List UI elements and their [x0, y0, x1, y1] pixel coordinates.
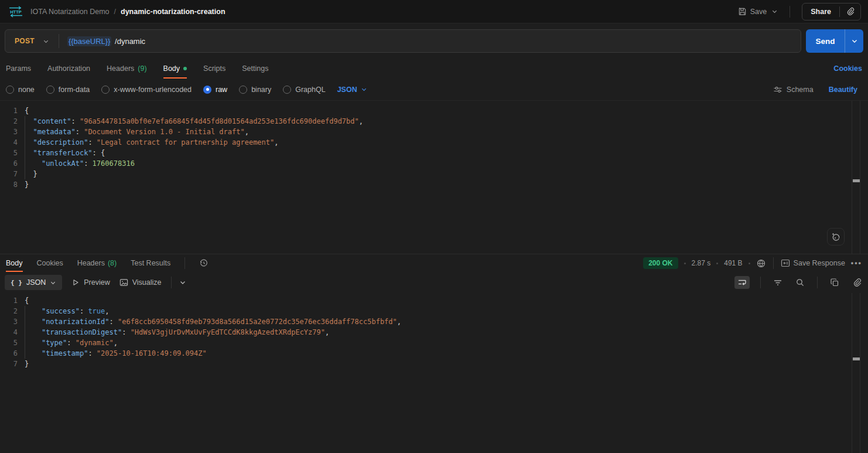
- response-tab-body[interactable]: Body: [6, 254, 23, 272]
- radio-circle: [6, 86, 14, 94]
- radio-none[interactable]: none: [6, 86, 35, 94]
- cookies-link[interactable]: Cookies: [833, 59, 862, 79]
- preview-button[interactable]: Preview: [71, 278, 110, 287]
- code-line: 4 "transactionDigest": "HdWsV3gjUrDvMxUv…: [0, 327, 868, 338]
- share-button[interactable]: Share: [802, 4, 839, 20]
- line-number: 5: [0, 148, 18, 158]
- chevron-down-icon: [361, 86, 367, 93]
- line-number: 2: [0, 116, 18, 127]
- image-icon: [119, 278, 128, 287]
- tab-params[interactable]: Params: [6, 59, 31, 79]
- response-time: 2.87 s: [692, 259, 711, 267]
- send-button-group: Send: [806, 29, 863, 53]
- method-selector[interactable]: POST: [5, 37, 59, 45]
- code-line: 2 "content": "96a5447815a0bf0e7efa66845f…: [0, 116, 868, 127]
- body-type-options: none form-data x-www-form-urlencoded raw…: [0, 79, 868, 101]
- filter-button[interactable]: [771, 277, 784, 288]
- scrollbar-track-line: [852, 101, 852, 254]
- code-line: 1{: [0, 295, 868, 306]
- line-number: 7: [0, 169, 18, 179]
- tab-body[interactable]: Body: [163, 59, 187, 79]
- schema-button[interactable]: Schema: [773, 86, 814, 94]
- code-line: 4 "description": "Legal contract for par…: [0, 137, 868, 148]
- breadcrumb-separator: /: [114, 8, 116, 16]
- breadcrumb-collection[interactable]: IOTA Notarization Demo: [30, 8, 110, 16]
- tab-settings[interactable]: Settings: [242, 59, 268, 79]
- response-history-button[interactable]: [199, 254, 209, 272]
- link-button[interactable]: [850, 276, 863, 289]
- code-line: 7 }: [0, 169, 868, 179]
- url-variable-chip: {{baseURL}}: [67, 36, 112, 46]
- send-options-chevron[interactable]: [845, 29, 863, 53]
- line-number: 5: [0, 338, 18, 348]
- request-url-bar: POST {{baseURL}} /dynamic Send: [0, 23, 868, 59]
- visualize-options-chevron[interactable]: [177, 277, 188, 288]
- scrollbar-track-line: [860, 293, 860, 453]
- code-line: 5 "transferLock": {: [0, 148, 868, 158]
- line-number: 8: [0, 179, 18, 190]
- indent-guide: [25, 306, 25, 359]
- share-label: Share: [811, 8, 831, 16]
- scrollbar-marker: [853, 357, 860, 360]
- breadcrumb: IOTA Notarization Demo / dynamic-notariz…: [30, 8, 225, 16]
- response-headers-count: (8): [108, 259, 117, 267]
- header-divider: [790, 6, 790, 18]
- line-number: 1: [0, 105, 18, 116]
- response-tab-cookies[interactable]: Cookies: [37, 254, 63, 272]
- request-body-editor[interactable]: 1{2 "content": "96a5447815a0bf0e7efa6684…: [0, 101, 868, 254]
- breadcrumb-request-name[interactable]: dynamic-notarization-creation: [121, 8, 225, 16]
- app-window: HTTP IOTA Notarization Demo / dynamic-no…: [0, 0, 868, 453]
- response-tab-test-results[interactable]: Test Results: [131, 254, 170, 272]
- indent-guide: [25, 116, 25, 179]
- url-input[interactable]: {{baseURL}} /dynamic: [59, 36, 153, 46]
- tab-scripts[interactable]: Scripts: [203, 59, 225, 79]
- send-button[interactable]: Send: [806, 29, 845, 53]
- wrap-text-button[interactable]: [734, 276, 750, 289]
- code-line: 3 "metadata": "Document Version 1.0 - In…: [0, 127, 868, 137]
- history-clock-icon: [199, 258, 209, 268]
- radio-binary[interactable]: binary: [239, 86, 271, 94]
- scrollbar-track-line: [852, 293, 852, 453]
- more-options-button[interactable]: •••: [851, 259, 862, 267]
- response-body-editor[interactable]: 1{2 "success": true,3 "notarizationId": …: [0, 293, 868, 453]
- radio-raw[interactable]: raw: [203, 86, 227, 94]
- status-badge: 200 OK: [643, 257, 678, 269]
- copy-button[interactable]: [828, 276, 841, 289]
- chevron-down-icon: [43, 38, 49, 45]
- scrollbar-track-line: [860, 101, 860, 254]
- beautify-button[interactable]: Beautify: [829, 86, 857, 94]
- search-button[interactable]: [794, 276, 807, 289]
- language-selector[interactable]: JSON: [337, 86, 367, 94]
- radio-form-data[interactable]: form-data: [46, 86, 90, 94]
- save-label: Save: [750, 8, 767, 16]
- save-options-chevron[interactable]: [771, 8, 778, 15]
- url-path: /dynamic: [112, 37, 145, 46]
- save-button[interactable]: Save: [738, 7, 767, 16]
- copy-icon: [830, 278, 839, 287]
- code-line: 1{: [0, 105, 868, 116]
- save-response-button[interactable]: Save Response: [781, 259, 845, 267]
- code-line: 5 "type": "dynamic",: [0, 338, 868, 348]
- visualize-button[interactable]: Visualize: [119, 278, 162, 287]
- format-label: JSON: [26, 278, 46, 287]
- line-number: 2: [0, 306, 18, 316]
- line-number: 6: [0, 348, 18, 359]
- copy-link-button[interactable]: [840, 4, 860, 20]
- chevron-down-icon: [851, 38, 858, 45]
- radio-x-www-form-urlencoded[interactable]: x-www-form-urlencoded: [101, 86, 192, 94]
- tab-headers[interactable]: Headers (9): [107, 59, 147, 79]
- line-number: 3: [0, 127, 18, 137]
- response-format-selector[interactable]: { } JSON: [5, 275, 62, 290]
- tab-authorization[interactable]: Authorization: [47, 59, 90, 79]
- radio-circle: [101, 86, 110, 94]
- network-globe-icon[interactable]: [756, 258, 766, 268]
- radio-circle-selected: [203, 86, 211, 94]
- postbot-button[interactable]: [827, 228, 845, 246]
- code-line: 7}: [0, 359, 868, 369]
- radio-graphql[interactable]: GraphQL: [283, 86, 325, 94]
- response-size: 491 B: [724, 259, 742, 267]
- body-modified-dot: [183, 67, 187, 70]
- line-number: 7: [0, 359, 18, 369]
- chevron-down-icon: [50, 280, 56, 286]
- response-tab-headers[interactable]: Headers (8): [77, 254, 117, 272]
